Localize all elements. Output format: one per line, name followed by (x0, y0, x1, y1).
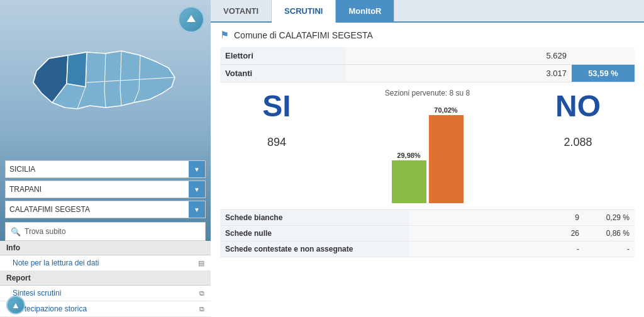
si-count: 894 (267, 136, 286, 149)
search-input[interactable]: 🔍 Trova subito (5, 222, 206, 241)
dropdown-sicilia-arrow: ▼ (189, 161, 205, 177)
bar-chart: 29,98% 70,02% (392, 103, 464, 203)
sidebar-item-partecipazione[interactable]: Partecipazione storica ⧉ (0, 301, 211, 317)
dropdown-comune-arrow: ▼ (189, 201, 205, 218)
tab-monitor-label: MonItoR (348, 6, 381, 16)
stats-table: Elettori 5.629 Votanti 3.017 53,59 % (220, 47, 635, 82)
location-header: ⚑ Comune di CALATAFIMI SEGESTA (220, 29, 635, 41)
tab-scrutini[interactable]: SCRUTINI (272, 0, 336, 23)
elettori-value: 5.629 (346, 47, 572, 65)
schede-table: Schede bianche 9 0,29 % Schede nulle 26 … (220, 210, 635, 257)
dropdown-sicilia-label: SICILIA (9, 165, 35, 174)
si-label: SI (262, 89, 291, 123)
no-label: NO (555, 89, 601, 123)
bar-no-wrapper: 70,02% (429, 106, 464, 203)
location-name: CALATAFIMI SEGESTA (279, 30, 373, 40)
flag-icon: ⚑ (220, 29, 229, 41)
schede-bianche-percent: 0,29 % (584, 210, 635, 226)
votanti-percent: 53,59 % (572, 65, 635, 82)
schede-nulle-percent: 0,86 % (584, 226, 635, 242)
elettori-label: Elettori (220, 47, 346, 65)
dropdown-trapani-arrow: ▼ (189, 181, 205, 197)
tab-votanti-label: VOTANTI (223, 6, 258, 16)
search-label: Trova subito (25, 227, 66, 236)
dropdowns: SICILIA ▼ TRAPANI ▼ CALATAFIMI SEGESTA ▼ (0, 160, 211, 218)
tab-scrutini-label: SCRUTINI (284, 6, 323, 16)
schede-bianche-row: Schede bianche 9 0,29 % (220, 210, 635, 226)
sidebar-item-note[interactable]: Note per la lettura dei dati ▤ (0, 255, 211, 271)
votanti-row: Votanti 3.017 53,59 % (220, 65, 635, 82)
no-count: 2.088 (564, 136, 592, 149)
main-content: ⚑ Comune di CALATAFIMI SEGESTA Elettori … (211, 23, 644, 317)
schede-contestate-row: Schede contestate e non assegnate - - (220, 242, 635, 257)
location-prefix: Comune di (234, 30, 277, 40)
schede-contestate-percent: - (584, 242, 635, 257)
no-bar (429, 115, 464, 203)
no-percent-label: 70,02% (434, 106, 457, 114)
note-label: Note per la lettura dei dati (13, 259, 99, 267)
bar-si-wrapper: 29,98% (392, 152, 426, 203)
tab-votanti[interactable]: VOTANTI (211, 0, 272, 21)
si-percent-label: 29,98% (397, 152, 420, 159)
left-panel: SICILIA ▼ TRAPANI ▼ CALATAFIMI SEGESTA ▼… (0, 0, 211, 317)
report-section-header: Report (0, 271, 211, 286)
votanti-value: 3.017 (346, 65, 572, 82)
schede-bianche-label: Schede bianche (220, 210, 409, 226)
schede-bianche-value: 9 (409, 210, 584, 226)
tab-monitor[interactable]: MonItoR (336, 0, 394, 21)
doc-icon: ▤ (198, 259, 204, 267)
search-bar: 🔍 Trova subito (0, 222, 211, 241)
vote-si-block: SI 894 (220, 89, 333, 149)
search-icon: 🔍 (11, 227, 21, 236)
vote-no-block: NO 2.088 (521, 89, 635, 149)
sezioni-label: Sezioni pervenute: 8 su 8 (385, 89, 470, 97)
page-icon-1: ⧉ (199, 289, 204, 298)
right-panel: VOTANTI SCRUTINI MonItoR ⚑ Comune di CAL… (211, 0, 644, 317)
tab-bar: VOTANTI SCRUTINI MonItoR (211, 0, 644, 23)
bottom-stats: Schede bianche 9 0,29 % Schede nulle 26 … (220, 209, 635, 257)
bottom-nav-arrow[interactable]: ▲ (6, 296, 25, 314)
chart-area: Sezioni pervenute: 8 su 8 29,98% 70,02% (333, 89, 521, 203)
si-bar (392, 160, 426, 203)
schede-nulle-row: Schede nulle 26 0,86 % (220, 226, 635, 242)
votanti-label: Votanti (220, 65, 346, 82)
schede-contestate-value: - (409, 242, 584, 257)
dropdown-sicilia[interactable]: SICILIA ▼ (5, 160, 206, 178)
dropdown-trapani[interactable]: TRAPANI ▼ (5, 181, 206, 198)
vote-section: SI 894 Sezioni pervenute: 8 su 8 29,98% … (220, 89, 635, 203)
elettori-row: Elettori 5.629 (220, 47, 635, 65)
dropdown-comune-label: CALATAFIMI SEGESTA (9, 205, 90, 214)
schede-nulle-label: Schede nulle (220, 226, 409, 242)
map-area (0, 0, 211, 160)
dropdown-trapani-label: TRAPANI (9, 185, 42, 194)
schede-contestate-label: Schede contestate e non assegnate (220, 242, 409, 257)
info-section-header: Info (0, 241, 211, 255)
sicily-map (18, 33, 194, 128)
page-icon-2: ⧉ (199, 305, 204, 313)
schede-nulle-value: 26 (409, 226, 584, 242)
dropdown-comune[interactable]: CALATAFIMI SEGESTA ▼ (5, 201, 206, 218)
sidebar-menu: Info Note per la lettura dei dati ▤ Repo… (0, 241, 211, 317)
sidebar-item-sintesi[interactable]: Sintesi scrutini ⧉ (0, 286, 211, 301)
